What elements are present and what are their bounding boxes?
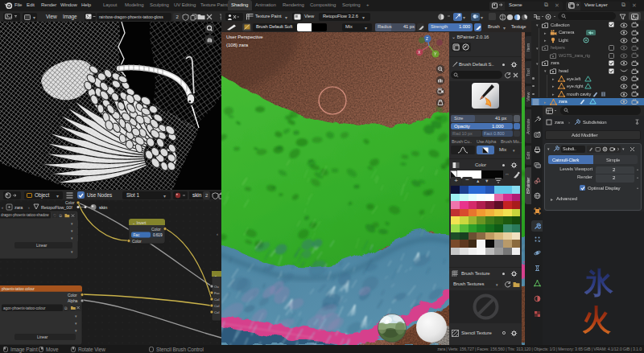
svg-text:♡: ♡ — [53, 213, 56, 218]
svg-text:Linear: Linear — [36, 243, 47, 248]
svg-text:Color: Color — [68, 293, 77, 298]
svg-text:Col: Col — [214, 304, 219, 308]
svg-text:›: › — [28, 205, 30, 210]
svg-text:zara: zara — [14, 205, 23, 210]
svg-text:⧉: ⧉ — [64, 306, 68, 310]
svg-text:dragon-phoenix-tattoo-shadow: dragon-phoenix-tattoo-shadow — [1, 213, 49, 217]
svg-text:Linear: Linear — [37, 335, 48, 339]
svg-text:‹: ‹ — [217, 232, 218, 236]
svg-text:Color: Color — [65, 200, 75, 205]
svg-text:⌄: ⌄ — [214, 273, 217, 277]
svg-text:Fac: Fac — [134, 233, 140, 237]
svg-text:phoenix-tattoo colour: phoenix-tattoo colour — [2, 287, 35, 291]
svg-text:Color: Color — [132, 239, 142, 244]
svg-text:Col: Col — [214, 310, 219, 314]
svg-text:‹: ‹ — [2, 205, 3, 210]
svg-text:RetopoFlow_00f: RetopoFlow_00f — [41, 205, 72, 210]
svg-text:⌄ Invert: ⌄ Invert — [132, 220, 147, 225]
svg-text:Col: Col — [214, 298, 219, 302]
svg-text:Ou: Ou — [214, 285, 219, 289]
svg-text:Alpha: Alpha — [68, 298, 78, 303]
svg-text:agon-phoenix-tattoo-colour: agon-phoenix-tattoo-colour — [3, 306, 46, 310]
svg-text:Fac: Fac — [214, 291, 221, 295]
svg-text:Z: Z — [426, 36, 428, 41]
svg-text:User Perspective: User Perspective — [226, 34, 263, 39]
svg-text:⧉: ⧉ — [60, 213, 63, 218]
svg-text:0.619: 0.619 — [153, 233, 163, 237]
svg-text:Color: Color — [151, 227, 161, 232]
svg-text:(108) zara: (108) zara — [226, 42, 249, 47]
svg-text:skin: skin — [99, 205, 107, 210]
